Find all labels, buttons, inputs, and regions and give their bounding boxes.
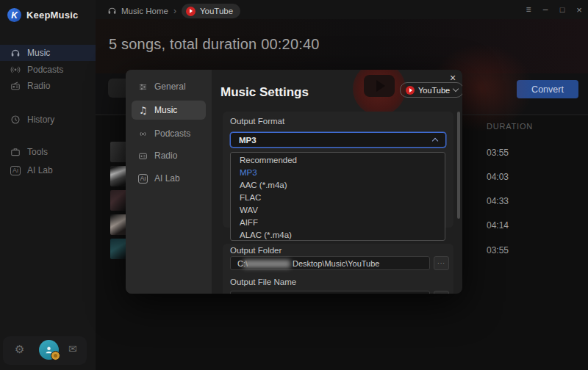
top-bar: Music Home › YouTube ≡ – □ ×: [96, 0, 588, 19]
sidebar-item-history[interactable]: History: [0, 112, 96, 128]
sidebar-item-radio[interactable]: Radio: [0, 78, 96, 94]
option-aiff[interactable]: AIFF: [231, 217, 445, 229]
song-thumbnail[interactable]: [110, 166, 126, 186]
sidebar-item-label: Tools: [27, 147, 48, 157]
headphones-icon: [107, 6, 117, 17]
mail-icon[interactable]: ✉: [68, 343, 77, 355]
sidebar: K KeepMusic Music Podcasts Radio Hist: [0, 0, 96, 370]
option-alac[interactable]: ALAC (*.m4a): [231, 229, 445, 242]
history-clock-icon: [10, 115, 21, 125]
youtube-icon: [186, 7, 196, 16]
keepmusic-logo-icon: K: [7, 8, 21, 22]
songs-summary: 5 songs, total duration 00:20:40: [109, 36, 320, 53]
radio-icon: [10, 81, 21, 91]
breadcrumb-home-label: Music Home: [121, 7, 168, 15]
youtube-icon: [406, 86, 415, 95]
tools-briefcase-icon: [10, 147, 21, 157]
song-duration: 04:14: [487, 220, 509, 231]
song-thumbnail[interactable]: [110, 214, 126, 235]
tab-podcasts[interactable]: Podcasts: [132, 124, 206, 143]
breadcrumb-music-home[interactable]: Music Home: [107, 6, 168, 17]
option-mp3[interactable]: MP3: [231, 167, 445, 179]
music-note-icon: ♫: [138, 106, 148, 115]
song-thumbnail[interactable]: [110, 239, 126, 259]
tab-ai-lab[interactable]: Ai AI Lab: [132, 169, 206, 188]
output-format-value: MP3: [239, 136, 257, 145]
tab-label: AI Lab: [154, 173, 180, 184]
sidebar-item-label: History: [27, 115, 54, 125]
option-wav[interactable]: WAV: [231, 204, 445, 217]
sidebar-item-label: Music: [27, 48, 50, 58]
song-duration: 03:55: [487, 148, 509, 158]
dialog-title: Music Settings: [220, 85, 309, 100]
output-format-label: Output Format: [230, 117, 284, 126]
tab-label: Music: [154, 105, 177, 115]
source-selector[interactable]: YouTube: [400, 82, 462, 98]
close-window-button[interactable]: ×: [573, 3, 586, 16]
tab-label: Podcasts: [154, 128, 190, 139]
output-folder-label: Output Folder: [230, 246, 282, 255]
sidebar-item-tools[interactable]: Tools: [0, 144, 96, 160]
breadcrumb-separator: ›: [173, 6, 176, 16]
output-file-name-input[interactable]: [230, 291, 430, 294]
maximize-button[interactable]: □: [556, 3, 569, 16]
song-thumbnail[interactable]: [110, 142, 126, 162]
song-duration: 04:03: [487, 172, 509, 182]
song-duration: 04:33: [487, 196, 509, 206]
sidebar-item-ai-lab[interactable]: Ai AI Lab: [0, 162, 96, 178]
file-name-options-button[interactable]: ···: [434, 291, 449, 294]
output-file-name-label: Output File Name: [230, 278, 296, 286]
breadcrumb-current-label: YouTube: [200, 7, 233, 15]
account-badge: [51, 351, 60, 360]
song-duration: 03:55: [487, 245, 509, 255]
podcast-icon: [10, 65, 21, 75]
tab-radio[interactable]: Radio: [132, 146, 206, 165]
song-thumbnail[interactable]: [110, 190, 126, 211]
radio-icon: [138, 151, 148, 161]
tab-label: Radio: [154, 150, 177, 161]
source-label: YouTube: [418, 86, 450, 95]
ai-lab-icon: Ai: [10, 165, 21, 175]
path-suffix: Desktop\Music\YouTube: [293, 259, 379, 268]
output-folder-input[interactable]: C:\ Desktop\Music\YouTube: [230, 256, 430, 270]
sidebar-item-label: Radio: [27, 81, 50, 91]
ai-lab-icon: Ai: [138, 174, 148, 184]
minimize-button[interactable]: –: [539, 3, 552, 16]
sidebar-item-label: AI Lab: [27, 165, 53, 175]
headphones-icon: [10, 48, 21, 58]
search-box-partial[interactable]: [108, 79, 126, 98]
settings-gear-icon[interactable]: ⚙: [15, 343, 24, 356]
app-title: KeepMusic: [26, 10, 78, 21]
output-format-listbox: Recommended MP3 AAC (*.m4a) FLAC WAV AIF…: [230, 152, 445, 241]
tab-label: General: [154, 81, 186, 92]
option-flac[interactable]: FLAC: [231, 192, 445, 204]
tab-general[interactable]: General: [132, 77, 206, 96]
browse-folder-button[interactable]: ···: [434, 256, 449, 270]
modal-scrollbar-thumb[interactable]: [457, 112, 460, 219]
breadcrumb: Music Home › YouTube: [107, 4, 240, 18]
bottom-dock: ⚙ ✉: [3, 336, 87, 365]
redacted-username-blur: [243, 260, 290, 268]
option-aac[interactable]: AAC (*.m4a): [231, 179, 445, 192]
tab-music[interactable]: ♫ Music: [132, 101, 206, 120]
sidebar-item-music[interactable]: Music: [0, 45, 96, 61]
output-format-select[interactable]: MP3: [230, 132, 446, 148]
chevron-up-icon: [432, 138, 438, 144]
sidebar-item-podcasts[interactable]: Podcasts: [0, 62, 96, 78]
duration-column-header: DURATION: [487, 122, 533, 131]
chevron-down-icon: [453, 86, 459, 92]
podcast-icon: [138, 129, 148, 139]
sidebar-item-label: Podcasts: [27, 65, 63, 75]
option-recommended-header: Recommended: [231, 154, 445, 167]
breadcrumb-youtube-tab[interactable]: YouTube: [182, 4, 240, 18]
youtube-watermark-play-icon: [376, 80, 385, 92]
sliders-icon: [138, 82, 148, 92]
app-logo: K KeepMusic: [7, 8, 78, 22]
app-window: Music Home › YouTube ≡ – □ × 5 songs, to…: [0, 0, 588, 370]
menu-icon[interactable]: ≡: [522, 3, 535, 16]
music-settings-dialog: General ♫ Music Podcasts Radio Ai AI Lab…: [126, 70, 462, 294]
